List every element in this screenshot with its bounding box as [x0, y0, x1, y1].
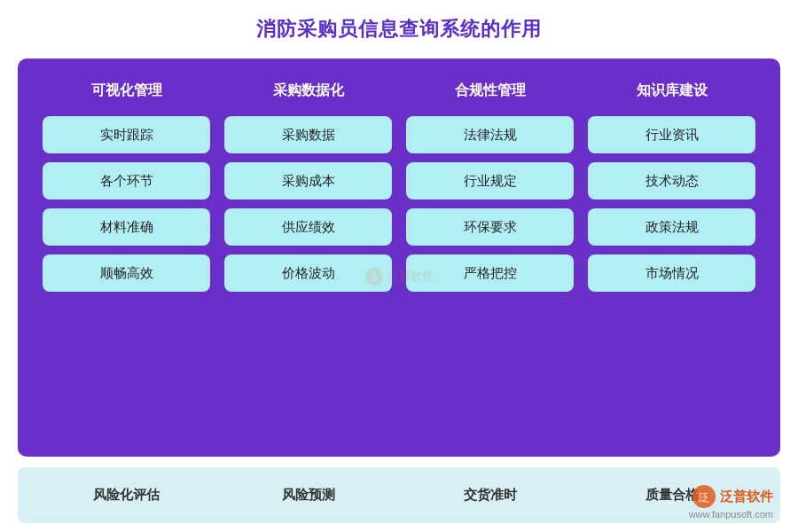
- grid-row-1: 各个环节 采购成本 行业规定 技术动态: [43, 162, 755, 200]
- cell-1-1: 采购成本: [224, 162, 392, 200]
- watermark-logo: 泛 泛普软件: [692, 484, 773, 509]
- cell-1-0: 各个环节: [43, 162, 210, 200]
- cell-0-3: 行业资讯: [588, 116, 755, 153]
- watermark: 泛 泛普软件 www.fanpusoft.com: [689, 484, 773, 520]
- grid-rows: 实时跟踪 采购数据 法律法规 行业资讯 各个环节 采购成本 行业规定 技术动态 …: [43, 116, 755, 437]
- grid-row-0: 实时跟踪 采购数据 法律法规 行业资讯: [43, 116, 755, 153]
- bottom-cell-2: 交货准时: [406, 480, 574, 511]
- grid-row-3: 顺畅高效 价格波动 严格把控 市场情况: [43, 254, 755, 292]
- page-title: 消防采购员信息查询系统的作用: [256, 16, 542, 43]
- col-header-0: 可视化管理: [43, 78, 210, 104]
- col-header-1: 采购数据化: [224, 78, 392, 104]
- col-header-3: 知识库建设: [588, 78, 755, 104]
- bottom-bar: 风险化评估 风险预测 交货准时 质量合格: [18, 467, 780, 523]
- main-card: 可视化管理 采购数据化 合规性管理 知识库建设 实时跟踪 采购数据 法律法规 行…: [18, 59, 780, 457]
- cell-1-3: 技术动态: [588, 162, 755, 200]
- cell-3-2: 严格把控: [406, 254, 574, 292]
- watermark-sub-text: www.fanpusoft.com: [689, 509, 773, 520]
- page-wrapper: 消防采购员信息查询系统的作用 可视化管理 采购数据化 合规性管理 知识库建设 实…: [0, 0, 798, 532]
- cell-2-1: 供应绩效: [224, 208, 392, 246]
- watermark-main-text: 泛普软件: [720, 489, 773, 505]
- cell-0-2: 法律法规: [406, 116, 574, 153]
- cell-0-0: 实时跟踪: [43, 116, 210, 153]
- col-header-2: 合规性管理: [406, 78, 574, 104]
- cell-2-0: 材料准确: [43, 208, 210, 246]
- column-headers: 可视化管理 采购数据化 合规性管理 知识库建设: [43, 78, 755, 104]
- grid-row-2: 材料准确 供应绩效 环保要求 政策法规: [43, 208, 755, 246]
- watermark-icon: 泛: [692, 484, 716, 509]
- cell-1-2: 行业规定: [406, 162, 574, 200]
- cell-2-2: 环保要求: [406, 208, 574, 246]
- cell-2-3: 政策法规: [588, 208, 755, 246]
- bottom-cell-1: 风险预测: [224, 480, 392, 511]
- cell-0-1: 采购数据: [224, 116, 392, 153]
- cell-3-0: 顺畅高效: [43, 254, 210, 292]
- cell-3-1: 价格波动: [224, 254, 392, 292]
- svg-text:泛: 泛: [699, 491, 709, 504]
- cell-3-3: 市场情况: [588, 254, 755, 292]
- bottom-cell-0: 风险化评估: [43, 480, 210, 511]
